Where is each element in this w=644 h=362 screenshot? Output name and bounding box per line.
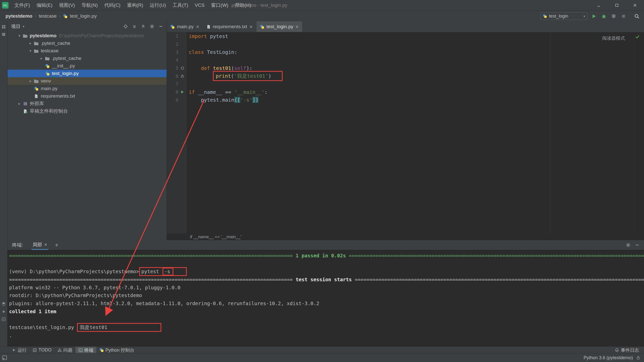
project-stripe-icon[interactable]: [0, 23, 7, 30]
annotation-box: -s: [163, 268, 173, 275]
terminal-output[interactable]: ========================================…: [8, 250, 644, 347]
code-editor[interactable]: 1import pytest2 3class TestLogin:4 5 def…: [167, 32, 644, 233]
tree-item[interactable]: ▸外部库: [8, 100, 167, 107]
inspection-ok-icon[interactable]: [635, 34, 640, 40]
breadcrumb-item[interactable]: test_login.py: [70, 13, 97, 19]
menu-item[interactable]: 导航(N): [78, 0, 101, 11]
close-icon[interactable]: [44, 243, 47, 246]
menu-item[interactable]: 编辑(E): [33, 0, 56, 11]
tool-window-label: 终端: [84, 347, 93, 353]
editor-tab[interactable]: main.py: [167, 21, 203, 32]
tree-item-label: __init__.py: [52, 63, 75, 69]
search-everywhere-icon[interactable]: [633, 13, 640, 19]
tree-item-label: venv: [41, 78, 51, 84]
new-terminal-button[interactable]: +: [55, 240, 58, 250]
chevron-right-icon[interactable]: ▸: [39, 56, 44, 61]
test-marker-icon: [178, 66, 186, 70]
menu-item[interactable]: 文件(F): [11, 0, 33, 11]
tree-item[interactable]: ▾testcase: [8, 47, 167, 55]
tree-item[interactable]: test_login.py: [8, 70, 167, 77]
playo-icon: [12, 348, 16, 352]
chevron-down-icon[interactable]: ▾: [17, 33, 22, 38]
chevron-down-icon: ▾: [583, 14, 585, 18]
code-text: [186, 81, 192, 87]
menu-item[interactable]: 工具(T): [169, 0, 191, 11]
breadcrumb-item[interactable]: pytestdemo: [6, 13, 32, 19]
editor-area: main.pyrequirements.txttest_login.py 1im…: [167, 21, 644, 240]
close-icon[interactable]: [249, 25, 253, 28]
py-icon: [99, 348, 104, 352]
token: import: [189, 33, 207, 39]
menu-item[interactable]: 代码(C): [101, 0, 124, 11]
token: (: [231, 73, 234, 79]
tree-item[interactable]: main.py: [8, 85, 167, 92]
chevron-right-icon[interactable]: ▸: [28, 79, 33, 83]
token: __name__ ==: [195, 89, 234, 95]
token: pytest: [141, 269, 162, 274]
reader-mode-label[interactable]: 阅读器模式: [602, 35, 625, 41]
chevron-right-icon[interactable]: ▸: [28, 41, 33, 46]
tree-item[interactable]: __init__.py: [8, 62, 167, 70]
code-line: 2: [167, 40, 644, 48]
terminal-lines: ========================================…: [9, 252, 644, 340]
token: testcase\test_login.py: [9, 325, 77, 330]
locate-file-icon[interactable]: [123, 24, 128, 29]
collapse-all-icon[interactable]: [141, 24, 145, 29]
close-button[interactable]: [626, 0, 644, 11]
chevron-right-icon[interactable]: ▸: [17, 101, 22, 106]
code-text: pytest.main(['-s']): [186, 97, 258, 103]
tool-window-button[interactable]: Python 控制台: [96, 347, 137, 353]
tool-window-button[interactable]: 终端: [75, 347, 96, 353]
menu-item[interactable]: 重构(R): [124, 0, 146, 11]
structure-stripe-icon[interactable]: [0, 30, 7, 38]
editor-tab[interactable]: requirements.txt: [203, 21, 256, 32]
token: test session starts: [293, 277, 355, 283]
tree-item[interactable]: ▾pytestdemoD:\python\PyCharmProjects\pyt…: [8, 32, 167, 39]
menu-item[interactable]: VCS: [192, 0, 208, 11]
favorites-stripe-icon[interactable]: ★: [0, 308, 7, 315]
tree-item[interactable]: requirements.txt: [8, 92, 167, 100]
run-configuration-select[interactable]: test_login ▾: [541, 12, 587, 20]
lock-icon[interactable]: [636, 356, 640, 360]
gear-icon[interactable]: [626, 243, 630, 247]
code-text: class TestLogin:: [186, 49, 237, 55]
terminal-tab[interactable]: 局部: [31, 240, 48, 250]
maximize-button[interactable]: [608, 0, 626, 11]
chevron-down-icon[interactable]: ▾: [28, 49, 33, 53]
line-number: 8: [167, 89, 178, 95]
tool-window-button[interactable]: TODO: [30, 347, 55, 353]
menu-item[interactable]: 窗口(W): [208, 0, 232, 11]
hide-panel-icon[interactable]: [159, 24, 163, 29]
minimize-button[interactable]: [590, 0, 608, 11]
run-button[interactable]: [591, 13, 597, 19]
gear-icon[interactable]: [150, 24, 154, 29]
editor-tab[interactable]: test_login.py: [256, 21, 303, 32]
menu-item[interactable]: 运行(U): [146, 0, 169, 11]
expand-all-icon[interactable]: [132, 24, 137, 29]
tree-item[interactable]: ▸.pytest_cache: [8, 39, 167, 47]
editor-breadcrumb[interactable]: if __name__ == '__main__': [167, 233, 644, 240]
tool-window-button[interactable]: 运行: [9, 347, 30, 353]
close-icon[interactable]: [295, 25, 299, 28]
coverage-button[interactable]: [610, 13, 617, 19]
hide-panel-icon[interactable]: [635, 243, 639, 247]
token: test01: [213, 65, 231, 71]
close-icon[interactable]: [196, 25, 199, 28]
menu-item[interactable]: 视图(V): [56, 0, 78, 11]
tree-item[interactable]: ▸.pytest_cache: [8, 55, 167, 62]
tool-window-button[interactable]: 问题: [55, 347, 75, 353]
event-log-button[interactable]: 事件日志: [615, 347, 644, 353]
interpreter-label[interactable]: Python 3.6 (pytestdemo): [584, 355, 633, 360]
line-number: 9: [167, 97, 178, 103]
tree-item[interactable]: ▸venv: [8, 77, 167, 85]
debug-button[interactable]: [600, 13, 607, 19]
stop-button[interactable]: [620, 13, 627, 19]
todo-stripe-icon[interactable]: [0, 315, 7, 323]
event-log-label: 事件日志: [621, 347, 639, 353]
layers-stripe-icon[interactable]: [0, 300, 7, 308]
breadcrumb-item[interactable]: testcase: [39, 13, 57, 19]
run-gutter-icon[interactable]: [178, 90, 186, 94]
tool-window-toggle-icon[interactable]: [0, 355, 7, 360]
tree-item[interactable]: 草稿文件和控制台: [8, 107, 167, 115]
project-panel-header[interactable]: 项目 ▾: [8, 21, 167, 31]
